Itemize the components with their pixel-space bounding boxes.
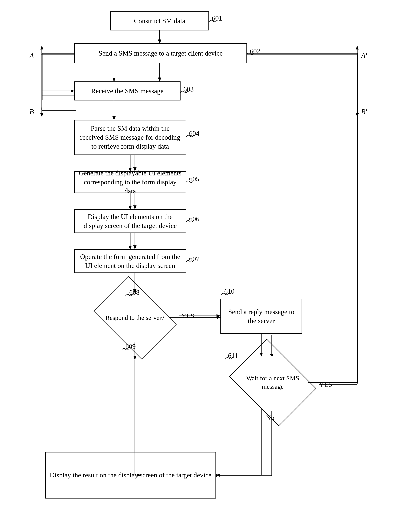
svg-marker-54: [216, 474, 220, 477]
svg-marker-57: [137, 474, 141, 477]
svg-marker-45: [133, 290, 136, 293]
svg-marker-73: [129, 206, 132, 210]
svg-marker-75: [129, 246, 132, 250]
svg-marker-49: [260, 353, 263, 357]
svg-marker-69: [112, 116, 116, 120]
svg-marker-47: [217, 316, 221, 319]
svg-marker-71: [129, 168, 132, 172]
svg-marker-67: [112, 78, 116, 82]
svg-marker-61: [71, 89, 74, 92]
svg-marker-65: [158, 40, 161, 44]
